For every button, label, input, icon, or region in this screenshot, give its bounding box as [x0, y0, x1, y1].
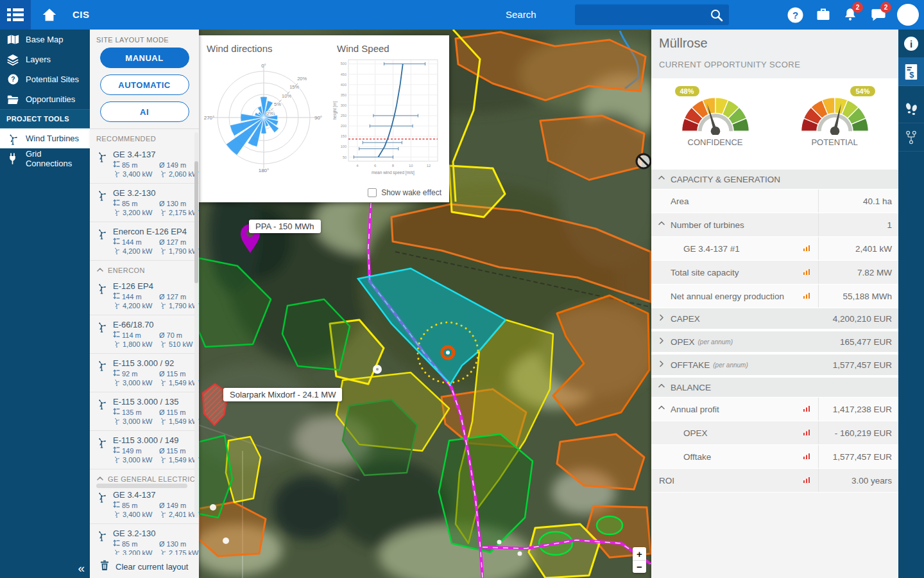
mini-bar-chart-icon[interactable] — [803, 428, 810, 438]
zoom-out-button[interactable]: − — [633, 560, 646, 573]
chevron-up-icon[interactable] — [658, 175, 665, 184]
hub-height: 85 m — [113, 501, 159, 509]
rated-power: 3,400 kW — [113, 170, 159, 179]
section-row[interactable]: OFFTAKE(per annum)1,577,457 EUR — [651, 355, 898, 375]
detail-row[interactable]: ROI3.00 years — [651, 469, 898, 492]
clear-current-layout-button[interactable]: Clear current layout — [90, 555, 199, 578]
detail-row[interactable]: Net annual energy production55,188 MWh — [651, 285, 898, 308]
section-row[interactable]: CAPEX4,200,210 EUR — [651, 308, 898, 329]
capacity: 2,060 kW — [159, 170, 198, 179]
turbine-list-item[interactable]: Enercon E-126 EP4144 mØ127 m4,200 kW1,79… — [90, 222, 199, 261]
mode-button-ai[interactable]: AI — [100, 101, 189, 122]
detail-row[interactable]: Offtake1,577,457 EUR — [651, 445, 898, 468]
turbine-list-item[interactable]: E-126 EP4144 mØ127 m4,200 kW1,790 kW — [90, 277, 199, 315]
footsteps-icon[interactable] — [898, 95, 924, 123]
briefcase-icon[interactable] — [812, 4, 834, 25]
sidebar-item-grid-connections[interactable]: Grid Connections — [0, 148, 90, 168]
turbine-list-item[interactable]: GE 3.4-13785 mØ149 m3,400 kW2,060 kW — [90, 145, 199, 184]
turbine-list-scroll-handle[interactable] — [96, 484, 187, 488]
site-layout-mode-label: SITE LAYOUT MODE — [90, 30, 199, 48]
rated-power-icon — [113, 170, 121, 179]
search-icon[interactable] — [710, 8, 724, 25]
row-sublabel: (per annum) — [698, 338, 733, 346]
sidebar-item-potential-sites[interactable]: ?Potential Sites — [0, 69, 90, 89]
turbine-name: GE 3.4-137 — [113, 490, 195, 500]
chevron-up-icon[interactable] — [658, 383, 665, 392]
row-value: 40.1 ha — [818, 189, 898, 213]
gauge-potential: 54%POTENTIAL — [787, 85, 883, 170]
rated-power-icon — [113, 301, 121, 310]
info-icon[interactable]: i — [898, 30, 924, 58]
svg-text:450: 450 — [341, 73, 346, 76]
avatar[interactable] — [897, 4, 919, 26]
turbine-list-item[interactable]: E-115 3.000 / 149149 mØ115 m3,000 kW1,54… — [90, 431, 199, 469]
sidebar-collapse-button[interactable]: « — [78, 561, 85, 575]
chevron-right-icon[interactable] — [658, 360, 665, 370]
turbine-name: GE 3.4-137 — [113, 150, 195, 159]
turbine-list-item[interactable]: GE 3.4-13785 mØ149 m3,400 kW2,401 kW — [90, 486, 199, 524]
section-row[interactable]: BALANCE — [651, 378, 898, 397]
turbine-list-item[interactable]: E-115 3.000 / 135135 mØ115 m3,000 kW1,54… — [90, 392, 199, 431]
row-value: 7.82 MW — [818, 261, 898, 284]
help-icon[interactable]: ? — [784, 4, 806, 25]
menu-icon[interactable] — [0, 0, 31, 30]
mode-button-automatic[interactable]: AUTOMATIC — [100, 74, 189, 95]
search-input[interactable] — [575, 4, 729, 25]
chevron-up-icon[interactable] — [658, 405, 665, 414]
sitemap-icon[interactable] — [898, 123, 924, 152]
capacity: 2,175 kW — [159, 208, 198, 217]
turbine-list-item[interactable]: E-66/18.70114 mØ70 m1,800 kW510 kW — [90, 315, 199, 354]
row-value: 1,577,457 EUR — [818, 445, 898, 468]
detail-row[interactable]: Total site capacity7.82 MW — [651, 261, 898, 284]
mini-bar-chart-icon[interactable] — [803, 292, 810, 301]
capacity: 1,549 kW — [159, 417, 198, 426]
turbine-list-item[interactable]: E-115 3.000 / 9292 mØ115 m3,000 kW1,549 … — [90, 354, 199, 392]
hub-height: 144 m — [113, 238, 159, 246]
chevron-up-icon[interactable] — [658, 220, 665, 230]
chat-icon[interactable]: 2 — [868, 4, 889, 25]
mini-bar-chart-icon[interactable] — [803, 268, 810, 277]
bell-icon[interactable]: 2 — [839, 4, 861, 25]
mini-bar-chart-icon[interactable] — [803, 476, 810, 486]
mini-bar-chart-icon[interactable] — [803, 244, 810, 254]
capacity-icon — [159, 170, 167, 179]
detail-row[interactable]: Annual profit1,417,238 EUR — [651, 398, 898, 421]
invoice-icon[interactable]: $ — [898, 58, 924, 86]
turbine-list-scrollbar[interactable] — [194, 132, 198, 518]
svg-text:300: 300 — [341, 103, 346, 107]
sidebar-item-layers[interactable]: Layers — [0, 49, 90, 69]
capacity: 1,790 kW — [159, 247, 198, 256]
sidebar-item-base-map[interactable]: Base Map — [0, 30, 90, 49]
right-toolbar: i $ — [898, 30, 924, 578]
wind-turbine-icon — [96, 398, 108, 412]
sidebar-item-opportunities[interactable]: Opportunities — [0, 89, 90, 109]
svg-text:350: 350 — [341, 93, 346, 97]
mini-bar-chart-icon[interactable] — [803, 405, 810, 414]
turbine-list-item[interactable]: GE 3.2-13085 mØ130 m3,200 kW2,175 kW — [90, 184, 199, 222]
turbine-name: GE 3.2-130 — [113, 188, 195, 198]
chevron-right-icon[interactable] — [658, 314, 665, 324]
turbine-specs: 85 mØ149 m3,400 kW2,401 kW — [113, 501, 195, 519]
home-icon[interactable] — [37, 5, 62, 24]
rated-power-icon — [113, 340, 121, 349]
detail-row[interactable]: OPEX- 160,219 EUR — [651, 421, 898, 444]
detail-row[interactable]: GE 3.4-137 #12,401 kW — [651, 237, 898, 260]
trash-icon — [99, 559, 110, 574]
turbine-name: E-115 3.000 / 149 — [113, 435, 195, 445]
rated-power-icon — [113, 208, 121, 217]
detail-row[interactable]: Number of turbines1 — [651, 213, 898, 236]
chevron-right-icon[interactable] — [658, 337, 665, 347]
section-row[interactable]: OPEX(per annum)165,477 EUR — [651, 331, 898, 352]
mode-button-manual[interactable]: MANUAL — [100, 48, 189, 68]
ppa-map-label: PPA - 150 MWh — [249, 220, 321, 233]
show-wake-effect-checkbox[interactable] — [368, 188, 377, 197]
turbine-marker[interactable] — [442, 347, 454, 358]
zoom-in-button[interactable]: + — [633, 547, 646, 560]
turbine-group-label: RECOMMENDED — [96, 135, 156, 143]
turbine-group-header[interactable]: ENERCON — [90, 261, 199, 277]
row-label-cell: Offtake — [651, 452, 818, 462]
section-row[interactable]: CAPACITY & GENERATION — [651, 170, 898, 189]
sidebar-item-wind-turbines[interactable]: Wind Turbines — [0, 128, 90, 148]
mini-bar-chart-icon[interactable] — [803, 452, 810, 462]
detail-row[interactable]: Area40.1 ha — [651, 189, 898, 213]
